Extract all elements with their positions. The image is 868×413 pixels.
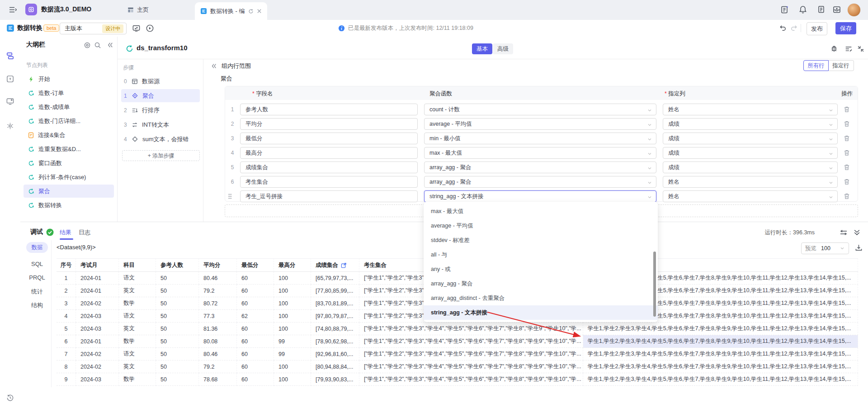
tab-refresh-icon[interactable] [248,9,254,14]
redo-icon[interactable] [790,24,798,32]
side-tab-PRQL[interactable]: PRQL [20,274,54,281]
target-column-select[interactable]: 姓名 [663,104,838,115]
sidebar-node-造数-门店详细...[interactable]: 造数-门店详细... [24,114,114,128]
delete-row-icon[interactable] [844,106,850,113]
field-name-input[interactable]: 参考人数 [240,104,418,115]
row-mode-all-button[interactable]: 所有行 [803,60,829,71]
target-column-select[interactable]: 成绩 [663,118,838,130]
tab-home[interactable]: 主页 [127,0,149,20]
download-icon[interactable] [855,244,863,252]
drag-handle-icon[interactable] [228,193,237,199]
delete-row-icon[interactable] [844,135,850,142]
version-select[interactable]: 主版本 设计中 [60,23,127,34]
search-icon[interactable] [94,42,101,49]
panel-adjust-icon[interactable] [840,229,848,236]
row-mode-specified-button[interactable]: 指定行 [828,60,854,71]
undo-icon[interactable] [779,24,787,32]
preview-count-select[interactable]: 预览 100 [801,242,849,254]
target-column-select[interactable]: 成绩 [663,133,838,144]
agg-function-select[interactable]: min - 最小值 [424,133,656,144]
step-数据源[interactable]: 0数据源 [121,75,200,88]
sidebar-node-数据转换[interactable]: 数据转换 [24,199,114,212]
side-tab-统计[interactable]: 统计 [20,288,54,296]
step-sum文本，会报错[interactable]: 4sum文本，会报错 [121,133,200,146]
agg-function-select[interactable]: count - 计数 [424,104,656,115]
dropdown-option[interactable]: array_agg - 聚合 [424,276,658,291]
field-name-input[interactable]: 平均分 [240,118,418,130]
dropdown-option[interactable]: string_agg - 文本拼接 [424,305,658,320]
sidebar-node-造数-订单[interactable]: 造数-订单 [24,86,114,100]
settings-gear-icon[interactable] [6,122,14,130]
tab-log[interactable]: 日志 [79,228,90,237]
field-list-icon[interactable] [844,45,853,53]
expand-column-icon[interactable] [338,262,347,268]
canvas-view-icon[interactable] [132,24,141,33]
docs-icon[interactable] [816,5,826,14]
sidebar-toggle-icon[interactable] [9,6,17,13]
dropdown-option[interactable]: stddev - 标准差 [424,233,658,247]
monitor-nav-icon[interactable] [6,97,14,106]
notification-bell-icon[interactable] [798,5,807,14]
sidebar-node-窗口函数[interactable]: 窗口函数 [24,157,114,170]
sidebar-node-连接&集合[interactable]: 连接&集合 [24,128,114,142]
notes-icon[interactable] [780,5,789,14]
side-tab-结构[interactable]: 结构 [20,301,54,309]
step-行排序[interactable]: 2行排序 [121,104,200,117]
sidebar-node-开始[interactable]: 开始 [24,72,114,85]
tab-advanced[interactable]: 高级 [493,43,513,54]
target-column-select[interactable]: 姓名 [663,190,838,202]
publish-button[interactable]: 发布 [807,22,827,35]
dropdown-option[interactable]: max - 最大值 [424,204,658,218]
inbox-icon[interactable] [832,5,841,14]
debug-bug-icon[interactable] [830,44,838,52]
user-avatar[interactable] [848,4,860,16]
dropdown-option[interactable]: any - 或 [424,262,658,276]
target-column-select[interactable]: 成绩 [663,147,838,159]
step-聚合[interactable]: 1聚合 [121,89,200,102]
collapse-debug-icon[interactable] [853,228,861,236]
collapse-panel-icon[interactable] [857,45,865,53]
field-name-input[interactable]: 最低分 [240,133,418,144]
delete-row-icon[interactable] [844,149,850,156]
step-INT转文本[interactable]: 3INT转文本 [121,118,200,131]
collapse-section-icon[interactable] [211,63,217,69]
sidebar-node-聚合[interactable]: 聚合 [24,185,114,198]
collapse-outline-icon[interactable] [107,42,113,48]
agg-function-select[interactable]: average - 平均值 [424,118,656,130]
agg-function-select[interactable]: array_agg - 聚合 [424,161,656,173]
sidebar-node-造重复数据&D...[interactable]: 造重复数据&D... [24,142,114,156]
dropdown-option[interactable]: all - 与 [424,247,658,262]
run-icon[interactable] [146,24,154,33]
sidebar-node-造数-成绩单[interactable]: 造数-成绩单 [24,100,114,114]
target-column-select[interactable]: 成绩 [663,161,838,173]
field-name-input[interactable]: 成绩集合 [240,161,418,173]
history-icon[interactable] [6,394,14,402]
trigger-nav-icon[interactable] [6,75,14,83]
delete-row-icon[interactable] [844,178,850,185]
locate-icon[interactable] [84,42,91,49]
save-button[interactable]: 保存 [835,22,856,34]
tab-close-icon[interactable] [257,9,262,14]
add-step-button[interactable]: + 添加步骤 [122,150,200,161]
agg-function-select[interactable]: array_agg - 聚合 [424,176,656,188]
delete-row-icon[interactable] [844,164,850,171]
tab-data-transform[interactable]: 数据转换 - 编... [195,2,267,20]
delete-row-icon[interactable] [844,193,850,199]
field-name-input[interactable]: 考生集合 [240,176,418,188]
side-tab-data[interactable]: 数据 [26,242,48,253]
app-switcher[interactable]: 数据流3.0_DEMO [25,4,91,15]
flow-nav-icon[interactable] [6,52,14,60]
field-name-input[interactable]: 考生_逗号拼接 [240,190,418,202]
agg-function-select[interactable]: max - 最大值 [424,147,656,159]
tab-basic[interactable]: 基本 [472,43,492,54]
agg-function-select[interactable]: string_agg - 文本拼接 [424,190,656,202]
side-tab-SQL[interactable]: SQL [20,261,54,267]
tab-result[interactable]: 结果 [60,228,71,237]
dropdown-option[interactable]: average - 平均值 [424,218,658,233]
dropdown-scrollbar[interactable] [653,252,656,317]
sidebar-node-列计算-条件(case)[interactable]: 列计算-条件(case) [24,171,114,184]
delete-row-icon[interactable] [844,120,850,127]
dropdown-option[interactable]: array_agg_distinct - 去重聚合 [424,291,658,305]
field-name-input[interactable]: 最高分 [240,147,418,159]
target-column-select[interactable]: 姓名 [663,176,838,188]
